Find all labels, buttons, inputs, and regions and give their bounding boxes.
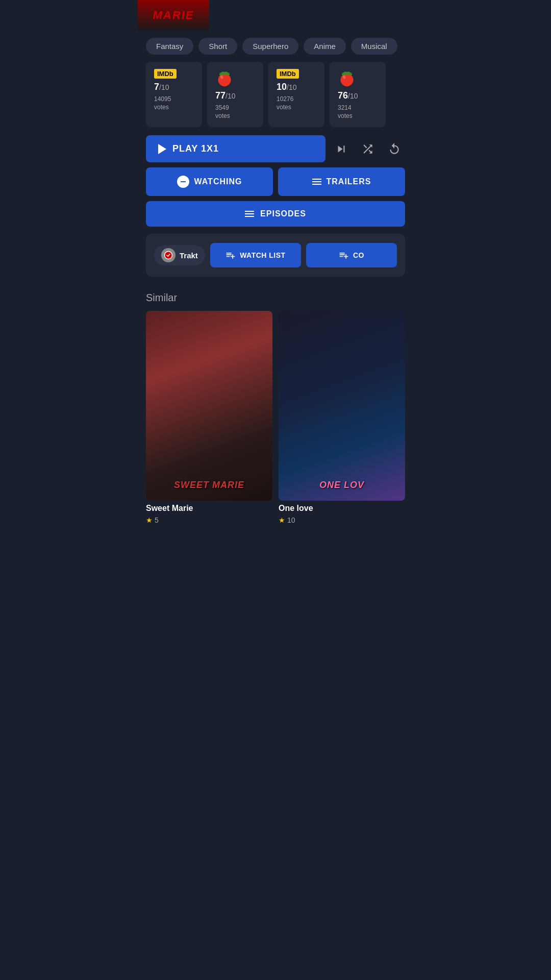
rating-votes-1: 14095votes bbox=[154, 95, 194, 111]
tomato-icon-2 bbox=[338, 69, 356, 87]
imdb-badge-1: IMDb bbox=[154, 69, 177, 79]
collection-icon bbox=[339, 250, 349, 260]
one-love-title: One love bbox=[279, 504, 405, 513]
genre-tag-short[interactable]: Short bbox=[198, 38, 237, 55]
shuffle-button[interactable] bbox=[357, 138, 379, 160]
watch-list-label: WATCH LIST bbox=[240, 251, 286, 259]
similar-poster-sweet-marie: SWEET MARIE bbox=[146, 311, 272, 501]
sweet-marie-poster-title: SWEET MARIE bbox=[174, 480, 244, 491]
top-poster-strip: MARIE bbox=[138, 0, 209, 31]
rating-score-1: 7/10 bbox=[154, 82, 194, 92]
svg-point-10 bbox=[165, 252, 172, 259]
similar-title: Similar bbox=[146, 292, 405, 304]
imdb-badge-2: IMDb bbox=[277, 69, 299, 79]
skip-next-icon bbox=[335, 142, 348, 156]
sweet-marie-rating: ★ 5 bbox=[146, 516, 272, 524]
lines-icon-episodes bbox=[245, 211, 254, 217]
watching-label: WATCHING bbox=[194, 177, 242, 186]
rating-card-tomato-2: 76/10 3214votes bbox=[330, 62, 386, 127]
rating-votes-3: 10276votes bbox=[277, 95, 316, 111]
action-section: PLAY 1X1 WATCHING TRAILERS bbox=[138, 135, 413, 227]
rating-row: IMDb 7/10 14095votes 77/10 3549votes bbox=[138, 62, 413, 135]
trakt-logo[interactable]: Trakt bbox=[154, 245, 205, 265]
play-label: PLAY 1X1 bbox=[172, 143, 219, 154]
rating-score-3: 10/10 bbox=[277, 82, 316, 92]
genre-tag-anime[interactable]: Anime bbox=[304, 38, 346, 55]
episodes-label: EPISODES bbox=[260, 209, 306, 218]
episodes-button[interactable]: EPISODES bbox=[146, 201, 405, 227]
similar-section: Similar SWEET MARIE Sweet Marie ★ 5 ONE … bbox=[138, 284, 413, 524]
collection-label: CO bbox=[353, 251, 364, 259]
star-icon-one-love: ★ bbox=[279, 516, 285, 524]
rating-votes-2: 3549votes bbox=[215, 104, 255, 120]
btn-row-watching-trailers: WATCHING TRAILERS bbox=[146, 167, 405, 196]
watching-icon bbox=[177, 176, 189, 188]
svg-point-0 bbox=[218, 74, 231, 86]
rating-score-4: 76/10 bbox=[338, 90, 378, 101]
lines-icon-trailers bbox=[312, 179, 321, 185]
one-love-rating: ★ 10 bbox=[279, 516, 405, 524]
similar-card-one-love[interactable]: ONE LOV One love ★ 10 bbox=[279, 311, 405, 524]
sweet-marie-title: Sweet Marie bbox=[146, 504, 272, 513]
collection-button[interactable]: CO bbox=[306, 243, 397, 267]
watch-list-button[interactable]: WATCH LIST bbox=[210, 243, 301, 267]
trakt-icon bbox=[161, 248, 176, 262]
rating-card-imdb-1: IMDb 7/10 14095votes bbox=[146, 62, 202, 127]
rating-card-tomato-1: 77/10 3549votes bbox=[207, 62, 263, 127]
rating-votes-4: 3214votes bbox=[338, 104, 378, 120]
genre-tag-fantasy[interactable]: Fantasy bbox=[146, 38, 193, 55]
replay-button[interactable] bbox=[384, 138, 405, 160]
trailers-label: TRAILERS bbox=[327, 177, 371, 186]
play-row: PLAY 1X1 bbox=[146, 135, 405, 162]
trakt-section: Trakt WATCH LIST CO bbox=[146, 234, 405, 277]
shuffle-icon bbox=[361, 142, 374, 156]
genre-row: Fantasy Short Superhero Anime Musical bbox=[138, 31, 413, 62]
similar-card-sweet-marie[interactable]: SWEET MARIE Sweet Marie ★ 5 bbox=[146, 311, 272, 524]
genre-tag-musical[interactable]: Musical bbox=[351, 38, 397, 55]
rating-card-imdb-2: IMDb 10/10 10276votes bbox=[268, 62, 324, 127]
similar-poster-one-love: ONE LOV bbox=[279, 311, 405, 501]
skip-next-button[interactable] bbox=[331, 138, 352, 160]
watching-button[interactable]: WATCHING bbox=[146, 167, 273, 196]
play-triangle-icon bbox=[158, 144, 166, 154]
tomato-icon-1 bbox=[215, 69, 234, 87]
watch-list-icon bbox=[226, 250, 236, 260]
replay-icon bbox=[388, 142, 401, 156]
svg-point-5 bbox=[340, 74, 353, 86]
play-button[interactable]: PLAY 1X1 bbox=[146, 135, 325, 162]
top-poster-title: MARIE bbox=[153, 9, 194, 22]
trailers-button[interactable]: TRAILERS bbox=[278, 167, 405, 196]
similar-grid: SWEET MARIE Sweet Marie ★ 5 ONE LOV One … bbox=[146, 311, 405, 524]
rating-score-2: 77/10 bbox=[215, 90, 255, 101]
star-icon-sweet-marie: ★ bbox=[146, 516, 153, 524]
genre-tag-superhero[interactable]: Superhero bbox=[242, 38, 298, 55]
one-love-poster-title: ONE LOV bbox=[319, 480, 364, 491]
trakt-label: Trakt bbox=[180, 251, 198, 260]
